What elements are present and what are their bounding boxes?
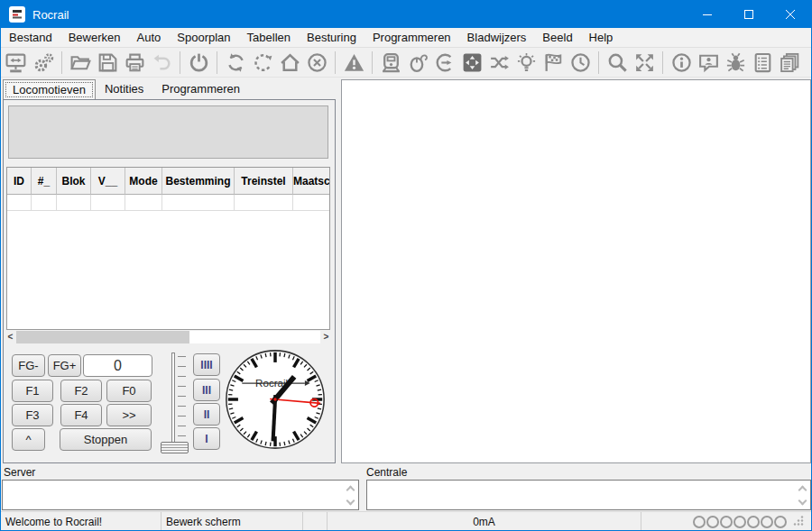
column-header-id[interactable]: ID [7, 168, 32, 195]
scrollbar-thumb[interactable] [16, 331, 189, 343]
toolbar-switch-panel-button[interactable] [459, 50, 484, 76]
column-header-treinstel[interactable]: Treinstel [235, 168, 293, 195]
menu-item-bewerken[interactable]: Bewerken [60, 28, 129, 48]
toolbar-init-button[interactable] [250, 50, 275, 76]
speed-slider[interactable] [160, 351, 190, 457]
toolbar-home-button[interactable] [277, 50, 302, 76]
f4-button[interactable]: F4 [60, 404, 102, 426]
more-functions-button[interactable]: >> [106, 404, 152, 426]
outputs-icon [515, 51, 538, 74]
open-icon [69, 51, 92, 74]
toolbar-throttle-button[interactable] [405, 50, 430, 76]
column-header-mode[interactable]: Mode [125, 168, 162, 195]
menu-item-bestand[interactable]: Bestand [1, 28, 60, 48]
table-cell [162, 195, 235, 211]
app-icon [9, 6, 25, 23]
shift-button[interactable]: ^ [12, 428, 45, 451]
fg-plus-button[interactable]: FG+ [48, 354, 81, 377]
toolbar-outputs-button[interactable] [513, 50, 539, 76]
toolbar-emergency-button[interactable] [341, 50, 366, 76]
tab-programmeren[interactable]: Programmeren [152, 79, 249, 99]
menu-item-spoorplan[interactable]: Spoorplan [169, 28, 238, 48]
toolbar-support-button[interactable] [696, 50, 721, 76]
server-console-scrollbar[interactable] [344, 481, 356, 509]
toolbar-workspace-button[interactable] [4, 50, 29, 76]
menu-item-programmeren[interactable]: Programmeren [364, 28, 459, 48]
fg-minus-button[interactable]: FG- [12, 354, 45, 377]
speed-step-4-button[interactable]: IIII [193, 353, 220, 376]
toolbar-routes-button[interactable] [486, 50, 512, 76]
minimize-button[interactable] [687, 1, 728, 28]
maximize-button[interactable] [728, 1, 770, 28]
column-header-bestemming[interactable]: Bestemming [162, 168, 235, 195]
toolbar-finish-flag-button[interactable] [540, 50, 566, 76]
centrale-console-scrollbar[interactable] [796, 481, 808, 509]
locomotive-image-box [8, 105, 328, 159]
scroll-down-icon[interactable] [798, 496, 807, 505]
tab-locomotieven[interactable]: Locomotieven [3, 79, 96, 100]
speed-step-3-button[interactable]: III [193, 379, 220, 401]
titlebar: Rocrail [1, 1, 811, 28]
table-row[interactable] [7, 195, 329, 211]
f0-button[interactable]: F0 [106, 380, 152, 402]
toolbar-open-button[interactable] [68, 50, 93, 76]
close-button[interactable] [770, 1, 811, 28]
scroll-down-icon[interactable] [346, 496, 355, 505]
table-cell [91, 195, 125, 211]
shutdown-icon [306, 51, 328, 74]
toolbar-zoom-button[interactable] [604, 50, 630, 76]
left-panel-tabs: LocomotievenNotitiesProgrammeren [3, 79, 249, 100]
toolbar-restart-button[interactable] [223, 50, 248, 76]
menu-item-besturing[interactable]: Besturing [299, 28, 364, 48]
menu-item-tabellen[interactable]: Tabellen [239, 28, 299, 48]
status-current: 0mA [328, 512, 641, 531]
toolbar-clock-button[interactable] [567, 50, 593, 76]
rocrail-window: Rocrail BestandBewerkenAutoSpoorplanTabe… [0, 0, 812, 531]
speed-step-1-button[interactable]: I [193, 427, 220, 450]
scroll-up-icon[interactable] [798, 485, 807, 494]
toolbar-log-button[interactable] [750, 50, 775, 76]
toolbar-shutdown-button[interactable] [304, 50, 329, 76]
f2-button[interactable]: F2 [60, 380, 102, 402]
column-header-maatschap[interactable]: Maatschap [293, 168, 330, 195]
indicator-circle [706, 516, 719, 528]
scroll-right-icon[interactable]: > [320, 331, 332, 343]
table-horizontal-scrollbar[interactable]: < > [5, 331, 332, 343]
home-icon [279, 51, 301, 74]
power-icon [188, 51, 210, 74]
toolbar-print-button[interactable] [122, 50, 147, 76]
toolbar-gauge-button[interactable] [432, 50, 457, 76]
toolbar-bug-button[interactable] [723, 50, 748, 76]
toolbar-settings-button[interactable] [31, 50, 56, 76]
f1-button[interactable]: F1 [12, 380, 53, 402]
speed-step-2-button[interactable]: II [193, 403, 220, 426]
toolbar-fit-button[interactable] [632, 50, 657, 76]
menu-item-bladwijzers[interactable]: Bladwijzers [459, 28, 535, 48]
resize-grip[interactable] [793, 515, 804, 528]
toolbar-power-button[interactable] [186, 50, 211, 76]
toolbar-separator [662, 51, 663, 74]
slider-thumb[interactable] [161, 442, 189, 453]
toolbar-save-button[interactable] [95, 50, 120, 76]
menu-item-help[interactable]: Help [581, 28, 622, 48]
locomotives-table[interactable]: ID#_BlokV__ModeBestemmingTreinstelMaatsc… [6, 167, 330, 330]
menu-item-auto[interactable]: Auto [129, 28, 170, 48]
scroll-up-icon[interactable] [346, 485, 355, 494]
tab-notities[interactable]: Notities [96, 79, 152, 99]
column-header-v[interactable]: V__ [91, 168, 125, 195]
speed-value-input[interactable] [83, 354, 152, 377]
toolbar-info-button[interactable] [669, 50, 694, 76]
toolbar-locomotive-button[interactable] [378, 50, 403, 76]
stop-button[interactable]: Stoppen [60, 428, 152, 451]
column-header-[interactable]: #_ [32, 168, 57, 195]
toolbar-docs-button[interactable] [777, 50, 802, 76]
f3-button[interactable]: F3 [12, 404, 53, 426]
centrale-console[interactable] [366, 480, 811, 510]
centrale-label: Centrale [366, 466, 407, 479]
server-console[interactable] [2, 480, 359, 510]
layout-canvas[interactable] [341, 79, 811, 463]
bug-icon [724, 51, 747, 74]
column-header-blok[interactable]: Blok [57, 168, 91, 195]
menu-item-beeld[interactable]: Beeld [534, 28, 580, 48]
scroll-left-icon[interactable]: < [5, 331, 16, 343]
